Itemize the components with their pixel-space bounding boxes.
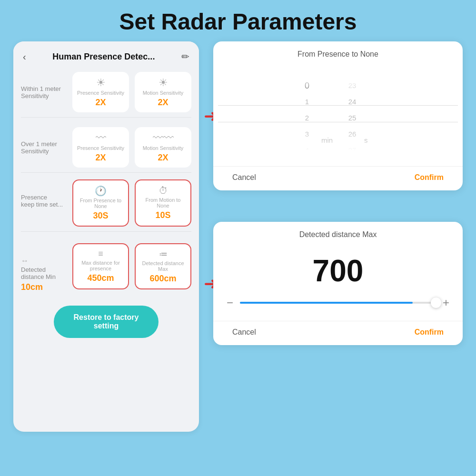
distance-section: ↔ Detecteddistance Min 10cm ≡ Max distan…: [13, 237, 199, 292]
det-max-label: Detected distance Max: [139, 260, 187, 272]
min-num-1: 0: [305, 78, 309, 94]
app-panel: ‹ Human Presence Detec... ✏ Within 1 met…: [13, 41, 199, 432]
over1m-presence-card[interactable]: 〰 Presence Sensitivity 2X: [72, 127, 129, 168]
within1m-section: Within 1 meterSensitivity ☀ Presence Sen…: [13, 67, 199, 112]
edit-button[interactable]: ✏: [181, 51, 189, 62]
det-max-value: 600cm: [149, 274, 176, 284]
over1m-presence-value: 2X: [95, 153, 106, 163]
popup-time-title: From Presence to None: [213, 41, 463, 61]
presence-sens-card[interactable]: ☀ Presence Sensitivity 2X: [72, 72, 129, 112]
min-num-2: 1: [305, 94, 309, 110]
keeptime-label: Presencekeep time set...: [21, 179, 72, 208]
dist-cancel-button[interactable]: Cancel: [232, 328, 256, 337]
page-title: Set Radar Parameters: [0, 0, 476, 41]
distance-min-value: 10cm: [21, 282, 43, 292]
app-header: ‹ Human Presence Detec... ✏: [13, 41, 199, 67]
slider-minus-button[interactable]: −: [227, 296, 233, 309]
distance-label-col: ↔ Detecteddistance Min 10cm: [21, 243, 72, 292]
timer-icon: ⏱: [159, 185, 168, 196]
min-num-0: 0: [305, 61, 309, 78]
popup-dist-title: Detected distance Max: [213, 222, 463, 242]
over1m-controls: 〰 Presence Sensitivity 2X 〰〰 Motion Sens…: [72, 127, 191, 168]
within1m-label: Within 1 meterSensitivity: [21, 72, 72, 99]
max-presence-value: 450cm: [87, 273, 114, 283]
minutes-column[interactable]: 0 0 1 2 3 4 5 6 7: [293, 61, 321, 166]
from-motion-card[interactable]: ⏱ From Motion to None 10S: [135, 179, 191, 227]
sec-num-27: 27: [348, 142, 357, 159]
sec-num-28: 28: [348, 159, 357, 166]
over1m-presence-label: Presence Sensitivity: [77, 145, 124, 151]
time-picker-popup: From Presence to None 0 0 1 2 3 4: [213, 41, 463, 190]
over1m-motion-value: 2X: [158, 153, 168, 163]
over1m-motion-card[interactable]: 〰〰 Motion Sensitivity 2X: [135, 127, 191, 168]
det-lines-icon: ≔: [159, 249, 168, 259]
dist-slider-row: − +: [213, 296, 463, 321]
keeptime-section: Presencekeep time set... 🕐 From Presence…: [13, 178, 199, 227]
min-label: min: [321, 84, 340, 144]
time-cancel-button[interactable]: Cancel: [232, 173, 256, 182]
dist-picker-footer: Cancel Confirm: [213, 321, 463, 345]
min-num-6: 5: [305, 159, 309, 166]
divider2: [21, 172, 191, 173]
presence-icon: ☀: [96, 77, 106, 89]
det-max-card[interactable]: ≔ Detected distance Max 600cm: [135, 243, 191, 289]
dist-lines-icon: ≡: [98, 249, 103, 259]
slider-plus-button[interactable]: +: [443, 296, 449, 309]
dist-slider-thumb[interactable]: [431, 298, 441, 308]
sec-num-25: 25: [348, 110, 357, 126]
over1m-presence-icon: 〰: [96, 132, 106, 144]
from-presence-label: From Presence to None: [77, 198, 124, 209]
max-presence-label: Max distance for presence: [77, 260, 124, 271]
app-header-title: Human Presence Detec...: [52, 52, 155, 62]
within1m-controls: ☀ Presence Sensitivity 2X ☀ Motion Sensi…: [72, 72, 191, 112]
distance-main-label: Detecteddistance Min: [21, 266, 56, 280]
over1m-section: Over 1 meterSensitivity 〰 Presence Sensi…: [13, 122, 199, 168]
sec-num-22: 22: [348, 61, 357, 78]
factory-reset-button[interactable]: Restore to factory setting: [54, 306, 159, 338]
from-motion-label: From Motion to None: [139, 197, 187, 208]
time-picker-footer: Cancel Confirm: [213, 166, 463, 190]
max-presence-card[interactable]: ≡ Max distance for presence 450cm: [72, 243, 129, 289]
clock-icon: 🕐: [95, 185, 107, 197]
seconds-column[interactable]: 22 23 24 25 26 27 28 29 30 31 32 33: [340, 61, 364, 166]
presence-sens-value: 2X: [95, 98, 106, 108]
time-confirm-button[interactable]: Confirm: [415, 173, 444, 182]
distance-controls: ≡ Max distance for presence 450cm ≔ Dete…: [72, 243, 191, 289]
dist-max-popup: Detected distance Max 700 − + Cancel Con…: [213, 222, 463, 345]
dist-slider-track[interactable]: [240, 302, 436, 304]
motion-sens-value: 2X: [158, 98, 168, 108]
dist-slider-fill: [240, 302, 413, 304]
divider3: [21, 231, 191, 232]
dist-confirm-button[interactable]: Confirm: [415, 328, 444, 337]
distance-arrow-icon: ↔: [21, 257, 29, 265]
back-button[interactable]: ‹: [23, 51, 26, 62]
presence-sens-label: Presence Sensitivity: [77, 90, 124, 96]
time-picker-area[interactable]: 0 0 1 2 3 4 5 6 7 min: [213, 61, 463, 166]
sec-label: s: [364, 84, 383, 144]
over1m-motion-icon: 〰〰: [153, 132, 174, 144]
sec-num-24: 24: [348, 94, 357, 110]
motion-sens-card[interactable]: ☀ Motion Sensitivity 2X: [135, 72, 191, 112]
min-num-5: 4: [305, 142, 309, 159]
from-presence-card[interactable]: 🕐 From Presence to None 30S: [72, 179, 129, 227]
over1m-motion-label: Motion Sensitivity: [143, 145, 184, 151]
sec-num-23: 23: [348, 78, 357, 94]
keeptime-controls: 🕐 From Presence to None 30S ⏱ From Motio…: [72, 179, 191, 227]
motion-icon: ☀: [159, 77, 168, 89]
min-num-4: 3: [305, 126, 309, 142]
min-num-3: 2: [305, 110, 309, 126]
over1m-label: Over 1 meterSensitivity: [21, 127, 72, 155]
from-motion-value: 10S: [155, 210, 170, 220]
motion-sens-label: Motion Sensitivity: [143, 90, 184, 96]
sec-num-26: 26: [348, 126, 357, 142]
divider1: [21, 117, 191, 118]
from-presence-value: 30S: [93, 211, 108, 221]
dist-max-display: 700: [213, 242, 463, 296]
